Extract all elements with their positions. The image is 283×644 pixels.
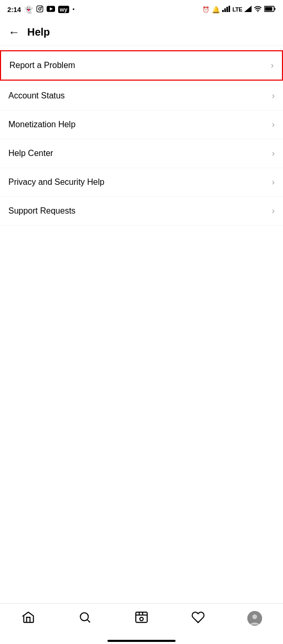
svg-point-14 xyxy=(80,613,88,620)
heart-icon xyxy=(191,610,205,626)
svg-point-10 xyxy=(257,11,258,12)
menu-item-help-center[interactable]: Help Center› xyxy=(0,139,283,168)
header: ← Help xyxy=(0,19,283,46)
battery-icon xyxy=(264,6,276,13)
back-button[interactable]: ← xyxy=(8,26,20,39)
svg-point-20 xyxy=(140,617,144,621)
svg-rect-7 xyxy=(226,7,228,12)
svg-marker-9 xyxy=(244,6,252,12)
bottom-nav xyxy=(0,603,283,637)
nav-profile[interactable] xyxy=(226,604,283,632)
status-right: ⏰ 🔔 LTE xyxy=(202,6,276,14)
chevron-icon-privacy-security-help: › xyxy=(272,177,275,187)
chevron-icon-account-status: › xyxy=(272,91,275,101)
menu-item-label-monetization-help: Monetization Help xyxy=(8,120,75,129)
wy-icon: wy xyxy=(58,6,69,13)
menu-item-privacy-security-help[interactable]: Privacy and Security Help› xyxy=(0,168,283,197)
lte-icon: LTE xyxy=(233,6,242,13)
svg-rect-8 xyxy=(228,6,230,12)
status-left: 2:14 👻 wy · xyxy=(7,5,75,14)
chevron-icon-monetization-help: › xyxy=(272,120,275,129)
status-bar: 2:14 👻 wy · ⏰ 🔔 xyxy=(0,0,283,19)
nav-search[interactable] xyxy=(57,604,113,632)
nav-reels[interactable] xyxy=(113,604,170,632)
nav-home[interactable] xyxy=(0,604,57,632)
chevron-icon-report-problem: › xyxy=(271,61,274,70)
page-title: Help xyxy=(27,26,50,38)
menu-item-label-account-status: Account Status xyxy=(8,91,65,101)
menu-item-account-status[interactable]: Account Status› xyxy=(0,82,283,110)
home-icon xyxy=(21,610,35,626)
svg-point-1 xyxy=(39,7,41,10)
menu-item-label-help-center: Help Center xyxy=(8,149,53,158)
menu-item-report-problem[interactable]: Report a Problem› xyxy=(0,50,283,81)
chevron-icon-support-requests: › xyxy=(272,206,275,216)
alarm-icon: ⏰ xyxy=(202,6,210,13)
menu-item-label-privacy-security-help: Privacy and Security Help xyxy=(8,177,104,187)
menu-list: Report a Problem›Account Status›Monetiza… xyxy=(0,46,283,603)
svg-point-22 xyxy=(253,614,257,619)
avatar xyxy=(247,611,262,626)
menu-item-label-support-requests: Support Requests xyxy=(8,206,75,216)
svg-rect-0 xyxy=(37,6,43,12)
snapchat-icon: 👻 xyxy=(24,5,33,14)
search-icon xyxy=(78,610,92,626)
svg-rect-5 xyxy=(222,10,224,12)
menu-item-support-requests[interactable]: Support Requests› xyxy=(0,197,283,226)
menu-item-label-report-problem: Report a Problem xyxy=(9,61,75,70)
status-time: 2:14 xyxy=(7,6,21,14)
nav-heart[interactable] xyxy=(170,604,226,632)
svg-line-15 xyxy=(88,619,90,622)
youtube-icon xyxy=(47,5,55,14)
svg-rect-12 xyxy=(265,7,273,11)
instagram-icon xyxy=(36,5,43,14)
menu-item-monetization-help[interactable]: Monetization Help› xyxy=(0,110,283,139)
svg-rect-13 xyxy=(275,8,276,10)
reels-icon xyxy=(135,610,148,626)
dot-icon: · xyxy=(72,5,75,14)
chevron-icon-help-center: › xyxy=(272,149,275,158)
wifi-icon xyxy=(254,6,262,14)
home-indicator xyxy=(107,640,176,642)
cell-signal-icon xyxy=(244,6,252,13)
svg-point-2 xyxy=(41,7,42,7)
svg-rect-6 xyxy=(224,8,226,12)
signal-icon xyxy=(222,6,231,14)
home-indicator-wrap xyxy=(0,637,283,644)
volume-icon: 🔔 xyxy=(212,6,220,14)
